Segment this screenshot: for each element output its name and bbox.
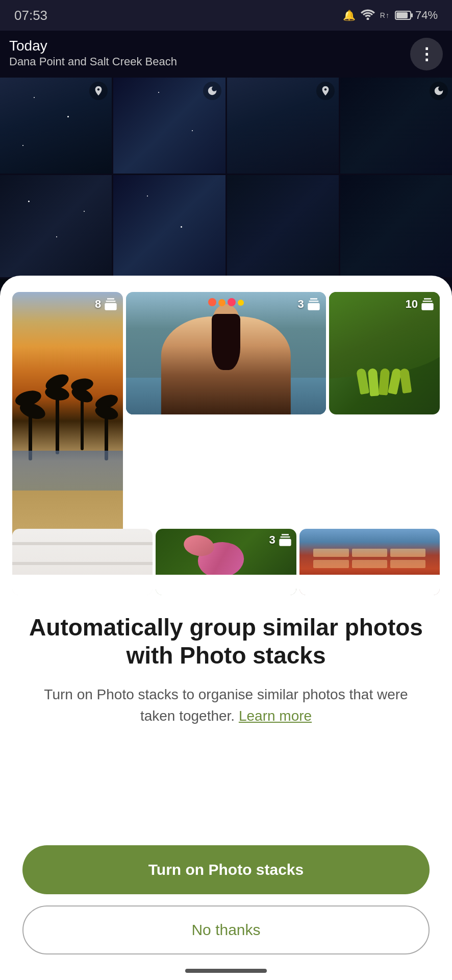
stack-badge-portrait: 3 — [297, 297, 320, 311]
grid-more-button[interactable]: ⋮ — [410, 38, 443, 70]
notification-icon: 🔔 — [343, 9, 356, 21]
grid-cell[interactable] — [227, 175, 339, 277]
preview-grid: 3 — [0, 276, 452, 526]
stack-badge-bananas: 10 — [406, 297, 435, 311]
svg-rect-3 — [396, 12, 408, 18]
grid-cell[interactable] — [0, 78, 112, 174]
svg-point-0 — [366, 18, 369, 20]
grid-cell[interactable] — [340, 78, 452, 174]
preview-building[interactable] — [299, 529, 440, 595]
preview-bananas[interactable]: 10 — [329, 292, 440, 414]
grid-row-1 — [0, 78, 452, 174]
home-indicator — [185, 969, 267, 973]
svg-rect-2 — [411, 13, 413, 17]
preview-bottom-row: 3 — [0, 529, 452, 595]
sheet-content: Automatically group similar photos with … — [0, 595, 452, 835]
stack-badge-beach: 8 — [95, 297, 118, 311]
preview-portrait[interactable]: 3 — [126, 292, 325, 414]
turn-on-photo-stacks-button[interactable]: Turn on Photo stacks — [22, 845, 430, 894]
signal-icon: R↑ — [380, 11, 390, 19]
battery-percent: 74% — [415, 9, 438, 22]
grid-date-info: Today Dana Point and Salt Creek Beach — [9, 38, 177, 68]
wifi-icon — [361, 9, 375, 22]
grid-row-2 — [0, 175, 452, 277]
preview-flower[interactable]: 3 — [156, 529, 296, 595]
status-time: 07:53 — [14, 8, 47, 23]
more-vert-icon: ⋮ — [418, 46, 435, 62]
main-heading: Automatically group similar photos with … — [22, 614, 430, 670]
bottom-sheet: 3 — [0, 276, 452, 980]
learn-more-link[interactable]: Learn more — [239, 708, 312, 724]
grid-cell[interactable] — [113, 78, 225, 174]
grid-header: Today Dana Point and Salt Creek Beach ⋮ — [0, 32, 452, 76]
grid-location: Dana Point and Salt Creek Beach — [9, 55, 177, 68]
grid-cell[interactable] — [113, 175, 225, 277]
preview-beach[interactable]: 8 — [12, 292, 123, 540]
status-icons: 🔔 R↑ 74% — [343, 9, 438, 22]
grid-cell[interactable] — [0, 175, 112, 277]
status-bar: 07:53 🔔 R↑ 74% — [0, 0, 452, 31]
preview-room[interactable] — [12, 529, 153, 595]
grid-cell[interactable] — [227, 78, 339, 174]
no-thanks-button[interactable]: No thanks — [22, 905, 430, 954]
grid-cell[interactable] — [340, 175, 452, 277]
sub-text: Turn on Photo stacks to organise similar… — [42, 684, 410, 727]
stack-badge-flower: 3 — [269, 533, 292, 547]
grid-date: Today — [9, 38, 177, 54]
buttons-area: Turn on Photo stacks No thanks — [0, 835, 452, 980]
battery-status: 74% — [395, 9, 438, 22]
